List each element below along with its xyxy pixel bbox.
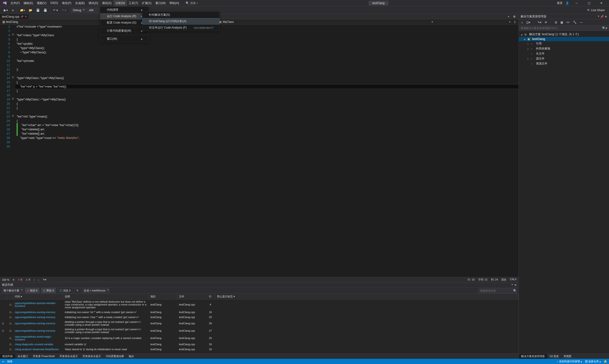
error-column-header[interactable]: 说明 <box>63 294 148 299</box>
panel-dropdown-button[interactable]: ▾ <box>512 283 513 287</box>
error-column-header[interactable]: 禁止显示状态 ▾ <box>215 294 518 299</box>
bottom-tab[interactable]: 输出 <box>126 354 136 359</box>
code-line[interactable]: }; <box>15 67 518 72</box>
code-line[interactable]: } <box>15 89 518 93</box>
menu-item-8[interactable]: 分析(N) <box>114 0 127 6</box>
code-line[interactable]: } <box>15 106 518 110</box>
menu-item-1[interactable]: 编辑(E) <box>22 0 35 6</box>
error-row[interactable]: ⊟⚠cppcoreguidelines-owning-memorydeletin… <box>0 327 518 335</box>
more-button[interactable]: ― <box>579 20 584 25</box>
code-editor[interactable]: 2345678910111213141516171819202122232425… <box>0 25 518 277</box>
code-line[interactable] <box>15 93 518 97</box>
open-button[interactable]: 📂 <box>27 8 34 13</box>
error-column-header[interactable] <box>7 294 13 299</box>
error-table[interactable]: 代码 ▾说明项目文件行禁止显示状态 ▾ ⚠cppcoreguidelines-s… <box>0 294 518 353</box>
pin-icon[interactable]: 📌 <box>21 15 23 18</box>
code-line[interactable]: "type">MyClass::"type">MyClass() <box>15 76 518 80</box>
error-row[interactable]: ⚠cppcoreguidelines-owning-memoryinitiali… <box>0 315 518 320</box>
tree-node[interactable]: ▷▫源文件 <box>519 56 609 61</box>
code-line[interactable]: { <box>15 119 518 123</box>
code-line[interactable] <box>15 110 518 115</box>
panel-pin-button[interactable]: 📌 <box>600 15 604 18</box>
search-box[interactable]: 🔍 搜索 ▾ <box>184 0 200 6</box>
code-line[interactable] <box>15 29 518 33</box>
close-icon[interactable]: ✕ <box>25 15 27 18</box>
code-line[interactable] <box>15 63 518 67</box>
analyze-menu-dropdown[interactable]: 代码清理▶运行 Code Analysis (R)▶配置 Code Analys… <box>100 6 149 42</box>
code-line[interactable]: "kw">private: <box>15 59 518 63</box>
error-row[interactable]: ⚠cppcoreguidelines-owning-memoryinitiali… <box>0 310 518 315</box>
tree-node[interactable]: ▫资源文件 <box>519 61 609 66</box>
menu-item-0[interactable]: 文件(F) <box>9 0 22 6</box>
live-share-button[interactable]: ⇱ Live Share <box>585 8 607 13</box>
code-line[interactable]: #"kw">include <"type">iostream> <box>15 25 518 29</box>
output-icon[interactable]: ▭ <box>2 360 4 363</box>
indent-mode[interactable]: 混合 <box>501 278 506 281</box>
minimize-button[interactable]: ─ <box>572 0 581 6</box>
analyze-menu-item[interactable]: 窗口(W)▶ <box>100 36 148 42</box>
menu-item-11[interactable]: 窗口(W) <box>154 0 168 6</box>
code-line[interactable] <box>15 54 518 59</box>
menu-item-10[interactable]: 扩展(X) <box>140 0 154 6</box>
code-line[interactable]: "type">std::"type">cout << "Hello World!… <box>15 136 518 140</box>
collapse-button[interactable]: ⊟ <box>554 20 558 25</box>
config-combo[interactable]: Debug <box>71 8 86 13</box>
editor-tab[interactable]: testClang.cpp 📌 ✕ <box>0 14 29 19</box>
nav-function-combo[interactable]: ▾ <box>435 20 511 24</box>
tab-gear-button[interactable]: ⚙ <box>512 14 517 19</box>
solution-search-box[interactable]: 🔍▾ <box>519 26 609 31</box>
error-row[interactable]: ⊟⚠cppcoreguidelines-owning-memorydeletin… <box>0 320 518 327</box>
tree-node[interactable]: ▷▫引用 <box>519 41 609 46</box>
analyze-menu-item[interactable]: 配置 Code Analysis (G)▶ <box>100 20 148 26</box>
error-column-header[interactable]: 代码 ▾ <box>13 294 63 299</box>
code-line[interactable]: "kw">int "type">main() <box>15 115 518 119</box>
maximize-button[interactable]: ▢ <box>584 0 594 6</box>
code-line[interactable]: "kw">int* p = "kw">new "kw">int(); <box>15 84 518 89</box>
analyze-menu-item[interactable]: 运行 Code Analysis (R)▶ <box>100 13 148 20</box>
code-line[interactable]: { <box>15 102 518 106</box>
code-line[interactable] <box>15 140 518 144</box>
side-bottom-tab[interactable]: Git 更改 <box>547 354 561 359</box>
code-line[interactable]: "type">MyClass::~"type">MyClass() <box>15 97 518 102</box>
error-column-header[interactable] <box>0 294 7 299</box>
tree-node[interactable]: ▫头文件 <box>519 51 609 56</box>
messages-filter[interactable]: ⓘ 消息 0 <box>57 288 73 293</box>
zoom-level[interactable]: 100 % <box>2 278 9 281</box>
errors-filter[interactable]: ⊘ 错误 0 <box>25 288 40 293</box>
menu-item-6[interactable]: 调试(D) <box>87 0 100 6</box>
source-combo[interactable]: 生成 + IntelliSense <box>82 288 109 293</box>
home-button[interactable]: ⌂ <box>520 20 524 25</box>
code-line[interactable]: "kw">delete[] arr; <box>15 131 518 136</box>
bottom-tab[interactable]: 开发者 PowerShell <box>30 354 57 359</box>
source-control-button[interactable]: ↑ 添加到源代码管理 ▴ <box>557 360 582 363</box>
run-code-analysis-submenu[interactable]: 针对解决方案(S)对 testClang 运行代码分析(A)对文件运行 Code… <box>142 12 220 31</box>
menu-item-9[interactable]: 工具(T) <box>127 0 140 6</box>
analyze-menu-item[interactable]: 代码清理▶ <box>100 7 148 13</box>
error-row[interactable]: ⚠clang-diagnostic-unused-variableunused … <box>0 342 518 347</box>
panel-dropdown-button[interactable]: ▾ <box>598 15 599 18</box>
show-all-button[interactable]: ▦ <box>559 20 564 25</box>
code-line[interactable]: ~"type">MyClass(); <box>15 50 518 54</box>
code-line[interactable]: "kw">delete[] arr; <box>15 127 518 131</box>
menu-item-3[interactable]: Git(G) <box>48 0 60 6</box>
code-line[interactable]: { <box>15 80 518 84</box>
switch-views-button[interactable]: ◫▾ <box>525 20 531 25</box>
code-line[interactable]: "kw">class "type">MyClass <box>15 33 518 37</box>
code-line[interactable]: "kw">char* arr = "kw">new "kw">char[10]; <box>15 123 518 127</box>
warning-count[interactable]: ⚠ 8 <box>26 278 30 281</box>
line-ending[interactable]: CRLF <box>510 278 517 281</box>
error-row[interactable]: ⚠cppcoreguidelines-special-member-functi… <box>0 299 518 310</box>
code-line[interactable]: "type">MyClass(); <box>15 46 518 50</box>
preview-button[interactable]: 🔧 <box>572 20 578 25</box>
run-ca-menu-item[interactable]: 对 testClang 运行代码分析(A) <box>142 18 219 25</box>
build-filter[interactable]: ✎ <box>74 288 81 293</box>
prev-issue-button[interactable]: ↑ <box>34 278 35 281</box>
panel-close-button[interactable]: ✕ <box>514 283 517 287</box>
error-column-header[interactable]: 文件 <box>177 294 206 299</box>
bottom-tab[interactable]: 代码度量值结果 <box>103 354 126 359</box>
login-link[interactable]: 登录 <box>557 1 563 5</box>
properties-button[interactable]: <> <box>566 20 571 25</box>
bottom-tab[interactable]: 开发者命令提示 <box>80 354 103 359</box>
save-button[interactable]: 💾 <box>35 8 41 13</box>
nav-fwd-button[interactable]: ◉ <box>10 8 15 13</box>
